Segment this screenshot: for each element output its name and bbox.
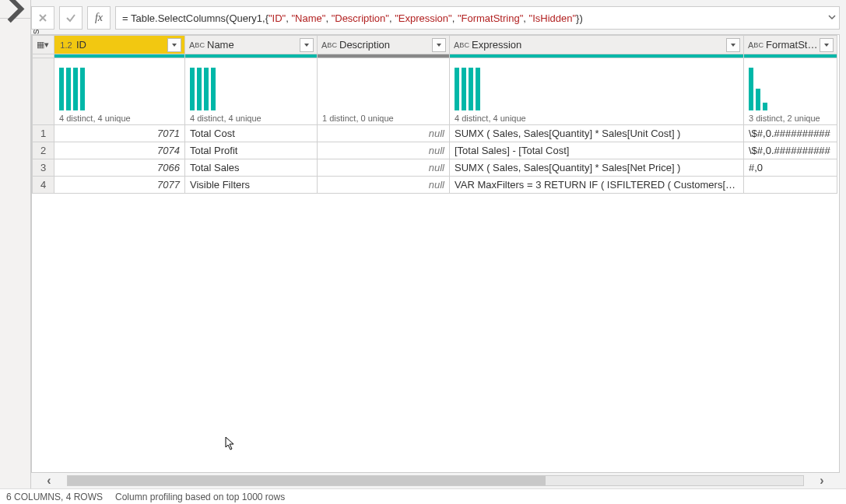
expand-queries-button[interactable] bbox=[0, 0, 30, 19]
column-name-label: ID bbox=[75, 39, 167, 51]
status-profiling: Column profiling based on top 1000 rows bbox=[115, 492, 285, 502]
scroll-left-button[interactable]: ‹ bbox=[31, 474, 67, 488]
row-number: 1 bbox=[33, 125, 54, 142]
cell-name[interactable]: Total Cost bbox=[185, 125, 318, 142]
column-quality-bar bbox=[744, 54, 837, 58]
column-quality-bar bbox=[54, 54, 184, 58]
table-row[interactable]: 1 7071 Total Cost null SUMX ( Sales, Sal… bbox=[33, 125, 837, 142]
formula-bar: fx = Table.SelectColumns(Query1,{"ID", "… bbox=[31, 6, 840, 30]
column-profile-text: 4 distinct, 4 unique bbox=[59, 114, 180, 123]
column-profile-cell: 4 distinct, 4 unique bbox=[54, 58, 185, 125]
scroll-right-button[interactable]: › bbox=[804, 474, 840, 488]
cell-formatstring[interactable] bbox=[744, 177, 837, 194]
cell-description[interactable]: null bbox=[318, 177, 450, 194]
queries-panel: Queries bbox=[0, 0, 31, 488]
cell-name[interactable]: Total Sales bbox=[185, 159, 318, 177]
type-text-icon[interactable]: ABC bbox=[747, 38, 764, 52]
column-header-description[interactable]: ABC Description bbox=[318, 36, 450, 54]
row-number: 2 bbox=[33, 142, 54, 159]
column-filter-button[interactable] bbox=[432, 38, 446, 52]
cell-expression[interactable]: SUMX ( Sales, Sales[Quantity] * Sales[Un… bbox=[450, 125, 744, 142]
column-quality-bar bbox=[318, 54, 449, 58]
row-number: 3 bbox=[33, 159, 54, 177]
status-count: 6 COLUMNS, 4 ROWS bbox=[6, 492, 103, 502]
cell-description[interactable]: null bbox=[318, 159, 450, 177]
fx-icon[interactable]: fx bbox=[87, 6, 111, 30]
cell-expression[interactable]: SUMX ( Sales, Sales[Quantity] * Sales[Ne… bbox=[450, 159, 744, 177]
cell-name[interactable]: Total Profit bbox=[185, 142, 318, 159]
column-filter-button[interactable] bbox=[726, 38, 740, 52]
row-number: 4 bbox=[33, 177, 54, 194]
column-header-expression[interactable]: ABC Expression bbox=[450, 36, 744, 54]
column-header-formatstring[interactable]: ABC FormatString bbox=[744, 36, 837, 54]
cell-id[interactable]: 7074 bbox=[54, 142, 185, 159]
column-profile-cell: 4 distinct, 4 unique bbox=[450, 58, 744, 125]
data-grid: ▦▾ 1.2 ID ABC Name bbox=[31, 34, 840, 473]
column-profile-cell: 4 distinct, 4 unique bbox=[185, 58, 318, 125]
column-name-label: Expression bbox=[470, 39, 726, 51]
type-number-icon[interactable]: 1.2 bbox=[58, 38, 75, 52]
cell-formatstring[interactable]: \$#,0.########## bbox=[744, 125, 837, 142]
cell-name[interactable]: Visible Filters bbox=[185, 177, 318, 194]
column-profile-cell: 1 distinct, 0 unique bbox=[318, 58, 450, 125]
column-profile-text: 3 distinct, 2 unique bbox=[749, 114, 832, 123]
horizontal-scrollbar[interactable]: ‹ › bbox=[31, 473, 840, 488]
type-text-icon[interactable]: ABC bbox=[453, 38, 470, 52]
column-filter-button[interactable] bbox=[300, 38, 314, 52]
table-row[interactable]: 2 7074 Total Profit null [Total Sales] -… bbox=[33, 142, 837, 159]
column-name-label: Description bbox=[338, 39, 432, 51]
cell-expression[interactable]: VAR MaxFilters = 3 RETURN IF ( ISFILTERE… bbox=[450, 177, 744, 194]
column-profile-text: 1 distinct, 0 unique bbox=[322, 114, 444, 123]
formula-input[interactable]: = Table.SelectColumns(Query1,{"ID", "Nam… bbox=[115, 6, 840, 30]
type-text-icon[interactable]: ABC bbox=[321, 38, 338, 52]
column-header-name[interactable]: ABC Name bbox=[185, 36, 318, 54]
column-profile-text: 4 distinct, 4 unique bbox=[455, 114, 739, 123]
expand-formula-icon[interactable] bbox=[828, 13, 836, 23]
cell-formatstring[interactable]: #,0 bbox=[744, 159, 837, 177]
cell-description[interactable]: null bbox=[318, 142, 450, 159]
column-filter-button[interactable] bbox=[167, 38, 181, 52]
column-name-label: FormatString bbox=[764, 39, 820, 51]
cell-id[interactable]: 7077 bbox=[54, 177, 185, 194]
type-text-icon[interactable]: ABC bbox=[188, 38, 205, 52]
scroll-track[interactable] bbox=[67, 475, 804, 486]
column-name-label: Name bbox=[205, 39, 300, 51]
column-filter-button[interactable] bbox=[820, 38, 834, 52]
column-quality-bar bbox=[185, 54, 317, 58]
column-quality-bar bbox=[450, 54, 743, 58]
table-row[interactable]: 3 7066 Total Sales null SUMX ( Sales, Sa… bbox=[33, 159, 837, 177]
cell-expression[interactable]: [Total Sales] - [Total Cost] bbox=[450, 142, 744, 159]
cell-id[interactable]: 7071 bbox=[54, 125, 185, 142]
table-row[interactable]: 4 7077 Visible Filters null VAR MaxFilte… bbox=[33, 177, 837, 194]
cancel-formula-button[interactable] bbox=[31, 6, 54, 30]
column-profile-cell: 3 distinct, 2 unique bbox=[744, 58, 837, 125]
column-header-id[interactable]: 1.2 ID bbox=[54, 36, 185, 54]
table-select-all[interactable]: ▦▾ bbox=[33, 36, 54, 54]
cell-id[interactable]: 7066 bbox=[54, 159, 185, 177]
column-profile-text: 4 distinct, 4 unique bbox=[190, 114, 312, 123]
cell-description[interactable]: null bbox=[318, 125, 450, 142]
commit-formula-button[interactable] bbox=[59, 6, 82, 30]
status-bar: 6 COLUMNS, 4 ROWS Column profiling based… bbox=[0, 488, 846, 504]
scroll-thumb[interactable] bbox=[68, 476, 546, 485]
cell-formatstring[interactable]: \$#,0.########## bbox=[744, 142, 837, 159]
